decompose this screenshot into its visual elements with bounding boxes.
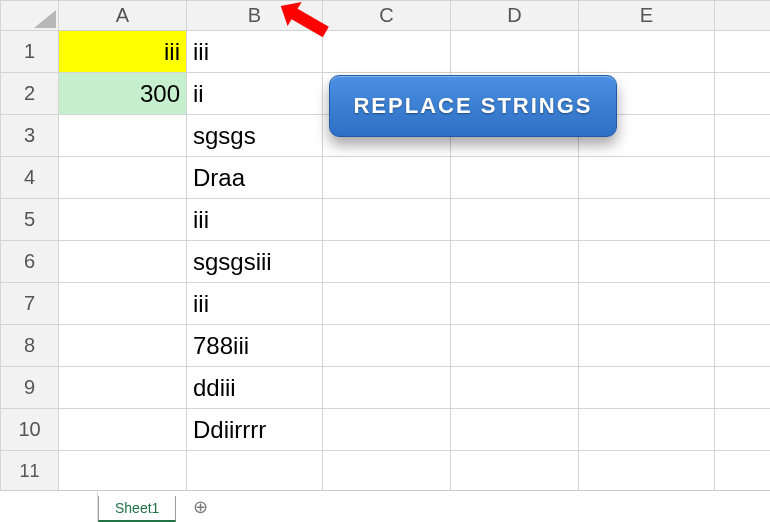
cell-C1[interactable] [323,31,451,73]
cell-E7[interactable] [579,283,715,325]
cell-F7[interactable] [715,283,771,325]
select-all-corner[interactable] [1,1,59,31]
row-header-3[interactable]: 3 [1,115,59,157]
cell-D9[interactable] [451,367,579,409]
cell-F3[interactable] [715,115,771,157]
cell-C11[interactable] [323,451,451,493]
cell-A10[interactable] [59,409,187,451]
cell-A3[interactable] [59,115,187,157]
row-header-4[interactable]: 4 [1,157,59,199]
row-header-8[interactable]: 8 [1,325,59,367]
add-sheet-button[interactable]: ⊕ [186,493,214,521]
cell-C4[interactable] [323,157,451,199]
cell-B2[interactable]: ii [187,73,323,115]
cell-B1[interactable]: iii [187,31,323,73]
cell-B8[interactable]: 788iii [187,325,323,367]
cell-F11[interactable] [715,451,771,493]
cell-D6[interactable] [451,241,579,283]
cell-B4[interactable]: Draa [187,157,323,199]
cell-D5[interactable] [451,199,579,241]
cell-D1[interactable] [451,31,579,73]
cell-B10[interactable]: Ddiirrrr [187,409,323,451]
col-header-A[interactable]: A [59,1,187,31]
row-header-9[interactable]: 9 [1,367,59,409]
cell-F10[interactable] [715,409,771,451]
replace-strings-button[interactable]: REPLACE STRINGS [329,75,617,137]
cell-B7[interactable]: iii [187,283,323,325]
cell-C5[interactable] [323,199,451,241]
row-header-5[interactable]: 5 [1,199,59,241]
spreadsheet-grid: A B C D E 1 iii iii 2 300 ii 3 [0,0,770,480]
cell-A1[interactable]: iii [59,31,187,73]
cell-B3[interactable]: sgsgs [187,115,323,157]
cell-B6[interactable]: sgsgsiii [187,241,323,283]
row-header-11[interactable]: 11 [1,451,59,493]
row-header-2[interactable]: 2 [1,73,59,115]
cell-D11[interactable] [451,451,579,493]
cell-D10[interactable] [451,409,579,451]
plus-icon: ⊕ [193,496,208,518]
row-header-10[interactable]: 10 [1,409,59,451]
cell-E6[interactable] [579,241,715,283]
cell-E5[interactable] [579,199,715,241]
col-header-D[interactable]: D [451,1,579,31]
cell-F6[interactable] [715,241,771,283]
cell-F2[interactable] [715,73,771,115]
cell-F9[interactable] [715,367,771,409]
cell-E9[interactable] [579,367,715,409]
cell-A6[interactable] [59,241,187,283]
cell-E10[interactable] [579,409,715,451]
cell-C8[interactable] [323,325,451,367]
cell-A8[interactable] [59,325,187,367]
cell-A11[interactable] [59,451,187,493]
cell-C10[interactable] [323,409,451,451]
row-header-6[interactable]: 6 [1,241,59,283]
cell-F8[interactable] [715,325,771,367]
cell-F5[interactable] [715,199,771,241]
cell-B9[interactable]: ddiii [187,367,323,409]
cell-E1[interactable] [579,31,715,73]
tab-sheet1-label: Sheet1 [115,500,159,516]
cell-E11[interactable] [579,451,715,493]
cell-C6[interactable] [323,241,451,283]
cells-table: A B C D E 1 iii iii 2 300 ii 3 [0,0,770,493]
col-header-partial[interactable] [715,1,771,31]
cell-D7[interactable] [451,283,579,325]
tab-nav-area[interactable] [28,491,98,522]
cell-C7[interactable] [323,283,451,325]
replace-strings-label: REPLACE STRINGS [353,93,592,119]
col-header-B[interactable]: B [187,1,323,31]
cell-C9[interactable] [323,367,451,409]
cell-B11[interactable] [187,451,323,493]
cell-A2[interactable]: 300 [59,73,187,115]
cell-F1[interactable] [715,31,771,73]
row-header-7[interactable]: 7 [1,283,59,325]
sheet-tab-bar: Sheet1 ⊕ [0,490,770,522]
cell-D4[interactable] [451,157,579,199]
cell-A4[interactable] [59,157,187,199]
cell-F4[interactable] [715,157,771,199]
cell-E4[interactable] [579,157,715,199]
cell-E8[interactable] [579,325,715,367]
row-header-1[interactable]: 1 [1,31,59,73]
cell-D8[interactable] [451,325,579,367]
cell-B5[interactable]: iii [187,199,323,241]
cell-A7[interactable] [59,283,187,325]
cell-A9[interactable] [59,367,187,409]
col-header-E[interactable]: E [579,1,715,31]
cell-A5[interactable] [59,199,187,241]
col-header-C[interactable]: C [323,1,451,31]
tab-sheet1[interactable]: Sheet1 [98,496,176,522]
